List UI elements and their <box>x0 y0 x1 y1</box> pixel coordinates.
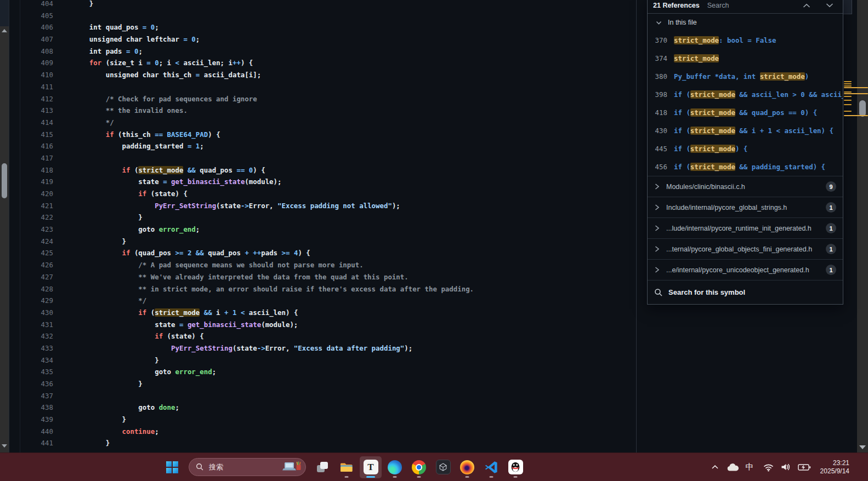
file-group-name: Modules/clinic/binascii.c.h <box>666 183 819 191</box>
code-line-426[interactable]: 426 /* A pad sequence means we should no… <box>0 259 635 271</box>
next-reference-icon[interactable] <box>825 3 834 8</box>
previous-reference-icon[interactable] <box>802 3 811 8</box>
reference-file-group[interactable]: ...e/internal/pycore_unicodeobject_gener… <box>648 259 843 280</box>
search-box[interactable]: 搜索 <box>189 458 306 476</box>
code-line-438[interactable]: 438 goto done; <box>0 402 635 414</box>
code-line-404[interactable]: 404 } <box>0 0 635 10</box>
file-explorer-icon <box>339 460 354 474</box>
start-button[interactable] <box>161 456 183 478</box>
windows-logo-icon <box>166 461 178 473</box>
code-line-436[interactable]: 436 } <box>0 378 635 390</box>
code-line-420[interactable]: 420 if (state) { <box>0 188 635 200</box>
vscode-button[interactable] <box>480 456 502 478</box>
code-line-434[interactable]: 434 } <box>0 354 635 367</box>
code-line-432[interactable]: 432 if (state) { <box>0 330 635 342</box>
code-text: PyErr_SetString(state->Error, "Excess pa… <box>53 200 400 212</box>
code-text <box>53 81 73 93</box>
code-line-416[interactable]: 416 padding_started = 1; <box>0 140 635 152</box>
line-number: 429 <box>0 295 53 307</box>
reference-line-number: 374 <box>651 54 667 62</box>
right-scroll-down-arrow-icon[interactable] <box>859 445 866 449</box>
code-line-441[interactable]: 441 } <box>0 437 635 449</box>
line-number: 437 <box>0 390 53 402</box>
reference-file-group[interactable]: Modules/clinic/binascii.c.h9 <box>648 176 843 197</box>
reference-result-418[interactable]: 418if (strict_mode && quad_pos == 0) { <box>648 104 843 122</box>
reference-result-445[interactable]: 445if (strict_mode) { <box>648 140 843 158</box>
code-line-417[interactable]: 417 <box>0 152 635 164</box>
search-symbol-button[interactable]: Search for this symbol <box>648 280 843 304</box>
editor-panel-divider <box>636 0 637 453</box>
reference-result-430[interactable]: 430if (strict_mode && i + 1 < ascii_len)… <box>648 122 843 140</box>
code-line-437[interactable]: 437 <box>0 390 635 402</box>
firefox-button[interactable] <box>456 456 478 478</box>
code-line-421[interactable]: 421 PyErr_SetString(state->Error, "Exces… <box>0 200 635 212</box>
reference-result-374[interactable]: 374strict_mode <box>648 49 843 67</box>
code-line-419[interactable]: 419 state = get_binascii_state(module); <box>0 176 635 188</box>
taskbar: 搜索 <box>0 453 868 481</box>
cube-app-button[interactable] <box>432 456 454 478</box>
code-line-407[interactable]: 407 unsigned char leftchar = 0; <box>0 33 635 45</box>
code-text: if (state) { <box>53 188 188 200</box>
code-line-410[interactable]: 410 unsigned char this_ch = ascii_data[i… <box>0 69 635 81</box>
running-indicator <box>417 476 421 478</box>
task-view-button[interactable] <box>311 456 333 478</box>
group-in-this-file[interactable]: In this file <box>648 14 843 31</box>
code-area[interactable]: 404 }405406 int quad_pos = 0;407 unsigne… <box>0 0 635 449</box>
code-line-431[interactable]: 431 state = get_binascii_state(module); <box>0 319 635 331</box>
reference-file-group[interactable]: Include/internal/pycore_global_strings.h… <box>648 197 843 217</box>
code-text: continue; <box>53 426 159 438</box>
edge-button[interactable] <box>384 456 406 478</box>
ruler-match-tick <box>844 115 868 116</box>
code-line-405[interactable]: 405 <box>0 10 635 22</box>
code-line-435[interactable]: 435 goto error_end; <box>0 366 635 378</box>
volume-icon[interactable] <box>781 462 791 472</box>
code-line-425[interactable]: 425 if (quad_pos >= 2 && quad_pos + ++pa… <box>0 247 635 259</box>
file-explorer-button[interactable] <box>336 456 358 478</box>
code-line-418[interactable]: 418 if (strict_mode && quad_pos == 0) { <box>0 164 635 176</box>
code-line-440[interactable]: 440 continue; <box>0 426 635 438</box>
line-number: 407 <box>0 33 53 45</box>
code-line-422[interactable]: 422 } <box>0 211 635 224</box>
right-scrollbar[interactable] <box>857 0 868 453</box>
search-highlight-image[interactable] <box>281 460 303 474</box>
chrome-button[interactable] <box>408 456 430 478</box>
qq-button[interactable] <box>504 456 526 478</box>
code-line-406[interactable]: 406 int quad_pos = 0; <box>0 21 635 33</box>
reference-code: if (strict_mode && ascii_len > 0 && asci… <box>674 90 843 99</box>
right-scrollbar-thumb[interactable] <box>859 100 866 117</box>
code-text <box>53 390 73 402</box>
code-line-433[interactable]: 433 PyErr_SetString(state->Error, "Exces… <box>0 342 635 354</box>
running-indicator <box>490 476 493 478</box>
code-line-413[interactable]: 413 ** the invalid ones. <box>0 105 635 117</box>
code-line-411[interactable]: 411 <box>0 81 635 93</box>
reference-result-380[interactable]: 380Py_buffer *data, int strict_mode) <box>648 67 843 85</box>
references-search-tab[interactable]: Search <box>707 2 729 9</box>
code-line-423[interactable]: 423 goto error_end; <box>0 224 635 236</box>
typora-button-active[interactable]: T <box>360 456 382 478</box>
line-number: 406 <box>0 21 53 33</box>
chrome-icon <box>412 460 426 474</box>
code-line-408[interactable]: 408 int pads = 0; <box>0 45 635 58</box>
tray-clock[interactable]: 23:21 2025/9/14 <box>820 459 849 475</box>
reference-result-456[interactable]: 456if (strict_mode && padding_started) { <box>648 158 843 176</box>
code-line-439[interactable]: 439 } <box>0 414 635 426</box>
onedrive-cloud-icon[interactable] <box>726 463 739 472</box>
code-line-428[interactable]: 428 ** in strict mode, an error should r… <box>0 283 635 295</box>
code-line-414[interactable]: 414 */ <box>0 117 635 129</box>
reference-file-group[interactable]: ...lude/internal/pycore_runtime_init_gen… <box>648 217 843 238</box>
battery-charging-icon[interactable] <box>798 463 811 472</box>
tray-chevron-up-icon[interactable] <box>711 465 719 469</box>
code-line-427[interactable]: 427 ** We've already interpreted the dat… <box>0 271 635 283</box>
code-line-424[interactable]: 424 } <box>0 236 635 248</box>
reference-line-number: 445 <box>651 145 667 153</box>
reference-result-370[interactable]: 370strict_mode: bool = False <box>648 31 843 49</box>
ime-indicator[interactable]: 中 <box>746 462 754 472</box>
wifi-icon[interactable] <box>763 462 774 472</box>
code-line-412[interactable]: 412 /* Check for pad sequences and ignor… <box>0 93 635 105</box>
reference-result-398[interactable]: 398if (strict_mode && ascii_len > 0 && a… <box>648 85 843 104</box>
code-line-409[interactable]: 409 for (size_t i = 0; i < ascii_len; i+… <box>0 57 635 69</box>
reference-file-group[interactable]: ...ternal/pycore_global_objects_fini_gen… <box>648 238 843 259</box>
code-line-429[interactable]: 429 */ <box>0 295 635 307</box>
code-line-430[interactable]: 430 if (strict_mode && i + 1 < ascii_len… <box>0 307 635 319</box>
code-line-415[interactable]: 415 if (this_ch == BASE64_PAD) { <box>0 129 635 141</box>
